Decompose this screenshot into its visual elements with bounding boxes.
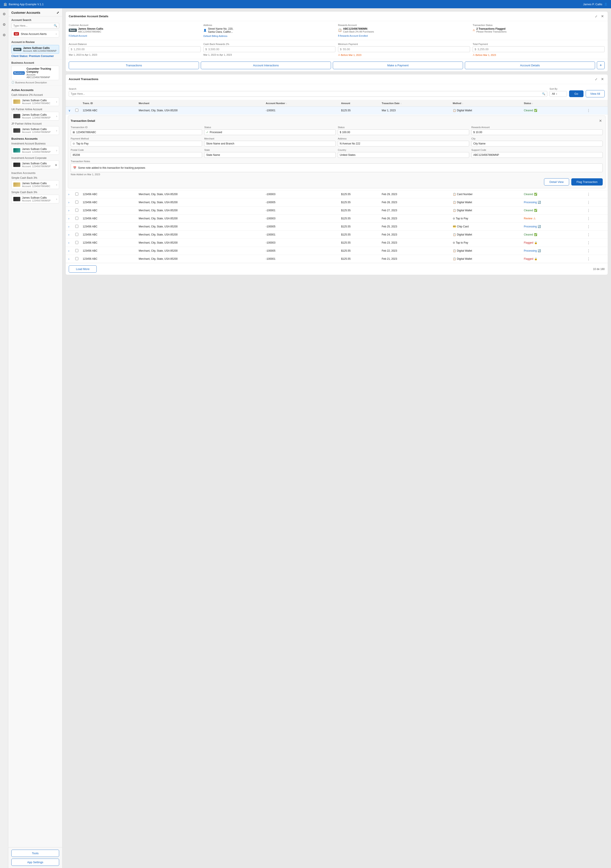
- checkbox-4[interactable]: [75, 225, 78, 228]
- menu-btn-0[interactable]: ⋮: [587, 192, 590, 197]
- row-menu-button[interactable]: ⋮: [587, 108, 590, 113]
- expand-btn-0[interactable]: ›: [68, 192, 70, 197]
- tools-button[interactable]: Tools: [11, 850, 59, 857]
- search-icon: 🔍: [54, 24, 57, 27]
- simple-cashback-1-account[interactable]: James Sullivan Callis Account: 123456789…: [11, 180, 59, 189]
- account-interactions-button[interactable]: Account Interactions: [201, 62, 331, 69]
- row-checkbox[interactable]: [75, 109, 78, 112]
- add-button[interactable]: +: [597, 61, 605, 69]
- rewards-enrolled-link[interactable]: ℹ Rewards Account Enrolled: [338, 34, 470, 37]
- checkbox-6[interactable]: [75, 241, 78, 244]
- date-7: Feb 22, 2023: [380, 247, 450, 255]
- min-payment-input: $ 55.00: [338, 46, 470, 52]
- cardmember-close-button[interactable]: ✕: [600, 14, 605, 19]
- search-input[interactable]: [13, 24, 53, 27]
- settings-icon-2[interactable]: ⚙: [1, 22, 7, 28]
- jp-airline-account[interactable]: James Sullivan Callis Account: 123456789…: [11, 126, 59, 135]
- sort-select[interactable]: All ›: [549, 91, 567, 97]
- settings-icon-3[interactable]: ⚙: [1, 32, 7, 38]
- flag-transaction-button[interactable]: Flag Transaction: [571, 178, 603, 186]
- go-button[interactable]: Go: [569, 90, 583, 97]
- business-name: Cucumber Trucking Company: [26, 67, 57, 73]
- simple-cashback-2-title: Simple Cash Back 3%: [11, 191, 59, 194]
- checkbox-3[interactable]: [75, 217, 78, 220]
- detail-row-1: Transanction ID ⊞ 1234567890ABC Status: [71, 126, 603, 135]
- transactions-button[interactable]: Transactions: [69, 62, 199, 69]
- investment-business-account[interactable]: James Sullivan Callis Account: 123456789…: [11, 146, 59, 155]
- rewards-account-group: Rewards Account 📋 ABC1234567890MN Cash B…: [338, 24, 470, 37]
- detail-transaction-id-label: Transanction ID: [71, 126, 202, 129]
- checkbox-8[interactable]: [75, 257, 78, 260]
- settings-icon-1[interactable]: ⚙: [1, 11, 7, 17]
- menu-btn-3[interactable]: ⋮: [587, 217, 590, 221]
- sort-arrow-status[interactable]: ↓: [532, 102, 533, 105]
- menu-btn-7[interactable]: ⋮: [587, 249, 590, 253]
- trans-search-input-box[interactable]: 🔍: [69, 91, 547, 97]
- cashback-date: Mar 1, 2023 to Apr 1, 2023: [203, 53, 335, 56]
- default-account-link[interactable]: ℹ Default Account: [69, 34, 201, 37]
- billing-address-link[interactable]: Default Billing Address: [203, 35, 335, 37]
- trans-search-input[interactable]: [71, 92, 541, 95]
- uk-airline-account[interactable]: James Sullivan Callis Account: 123456789…: [11, 112, 59, 121]
- address-text: Street Name No. 220, Santa Clara, Califo…: [208, 27, 233, 33]
- load-more-bar: Load More 10 de 180: [66, 263, 608, 275]
- expand-btn-5[interactable]: ›: [68, 232, 70, 237]
- expand-btn-4[interactable]: ›: [68, 224, 70, 229]
- menu-btn-8[interactable]: ⋮: [587, 257, 590, 261]
- checkbox-5[interactable]: [75, 233, 78, 236]
- processing-icon-1: 🔄: [538, 201, 541, 204]
- expand-btn-7[interactable]: ›: [68, 249, 70, 253]
- clock-icon: 🕐: [11, 81, 14, 84]
- expand-btn-1[interactable]: ›: [68, 200, 70, 205]
- sort-arrow-method[interactable]: ↓: [462, 102, 463, 105]
- business-account-card[interactable]: Business Cucumber Trucking Company Accou…: [11, 66, 59, 80]
- checkbox-7[interactable]: [75, 249, 78, 252]
- total-payment-currency: $: [475, 48, 476, 51]
- menu-btn-1[interactable]: ⋮: [587, 200, 590, 205]
- view-all-button[interactable]: View All: [586, 90, 605, 97]
- sort-arrow-account[interactable]: ↓: [286, 102, 287, 105]
- transaction-status-label: Transaction Status: [473, 24, 605, 26]
- detail-view-button[interactable]: Detail View: [544, 178, 569, 186]
- detail-merchant-label: Merchant: [204, 137, 336, 140]
- expand-btn-2[interactable]: ›: [68, 208, 70, 212]
- customer-account-value: Basic James Steven Callis ABC1234567890A…: [69, 27, 201, 33]
- menu-btn-2[interactable]: ⋮: [587, 208, 590, 212]
- pagination-info: 10 de 180: [593, 268, 605, 271]
- th-merchant: Merchant: [136, 100, 264, 107]
- checkbox-2[interactable]: [75, 209, 78, 212]
- expand-row-button[interactable]: ∨: [68, 108, 71, 113]
- transactions-close-button[interactable]: ✕: [600, 77, 605, 82]
- menu-btn-4[interactable]: ⋮: [587, 225, 590, 229]
- menu-btn-5[interactable]: ⋮: [587, 232, 590, 237]
- detail-postal-value: 85208: [71, 152, 202, 158]
- cardmember-expand-button[interactable]: ⤢: [594, 14, 599, 19]
- processed-icon: ✓: [206, 131, 208, 134]
- checkbox-0[interactable]: [75, 192, 78, 195]
- show-account-alerts-button[interactable]: 12 Show Account Alerts ›: [11, 30, 59, 37]
- detail-address-label: Address: [338, 137, 469, 140]
- load-more-button[interactable]: Load More: [69, 265, 97, 273]
- expand-btn-3[interactable]: ›: [68, 216, 70, 221]
- investment-corporate-title: Investment Account Corporate: [11, 157, 59, 160]
- cash-advance-account[interactable]: James Sullivan Callis Account: 123456789…: [11, 97, 59, 106]
- detail-panel-close-button[interactable]: ✕: [598, 118, 603, 123]
- investment-business-title: Investment Account Business: [11, 142, 59, 145]
- investment-corporate-account[interactable]: James Sullivan Callis Account: 123456789…: [11, 160, 59, 169]
- sort-arrow-date[interactable]: ↓: [400, 102, 402, 105]
- menu-btn-6[interactable]: ⋮: [587, 241, 590, 245]
- app-settings-button[interactable]: App Settings: [11, 859, 59, 866]
- detail-status-value: ✓ Processed: [204, 129, 336, 135]
- account-details-button[interactable]: Account Details: [465, 62, 595, 69]
- make-payment-button[interactable]: Make a Payment: [333, 62, 463, 69]
- flagged-icon-6: 🔒: [534, 241, 538, 244]
- expand-btn-6[interactable]: ›: [68, 240, 70, 245]
- transactions-expand-button[interactable]: ⤢: [594, 77, 599, 81]
- checkbox-1[interactable]: [75, 201, 78, 204]
- account-search-box[interactable]: 🔍: [11, 23, 59, 28]
- account-in-review-card[interactable]: Basic James Sullivan Callis Account: ABC…: [11, 45, 59, 54]
- simple-cashback-2-account[interactable]: James Sullivan Callis Account: 123456789…: [11, 195, 59, 203]
- expand-btn-8[interactable]: ›: [68, 257, 70, 261]
- expand-icon[interactable]: ⤢: [56, 11, 59, 14]
- status-6: Flagged 🔒: [522, 239, 585, 247]
